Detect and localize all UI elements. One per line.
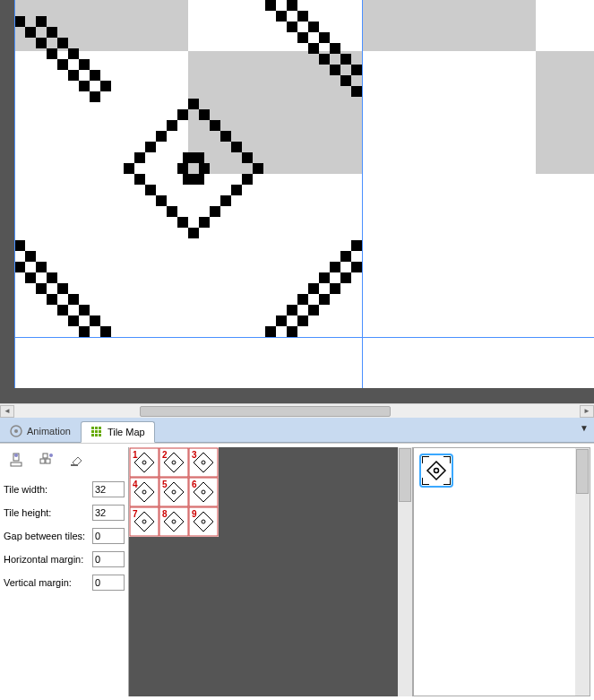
svg-rect-13 — [90, 70, 100, 81]
stamp-tool-button[interactable] — [7, 451, 25, 469]
svg-rect-107 — [43, 454, 47, 458]
svg-rect-94 — [95, 427, 98, 429]
scroll-left-arrow[interactable]: ◄ — [0, 405, 14, 418]
erase-tool-button[interactable] — [68, 451, 86, 469]
svg-text:5: 5 — [162, 480, 168, 489]
vmargin-label: Vertical margin: — [4, 577, 72, 588]
tileset-viewer[interactable]: 1 2 3 4 5 6 7 8 9 — [128, 447, 413, 696]
fill-icon — [39, 452, 55, 468]
svg-rect-23 — [351, 86, 362, 97]
svg-rect-59 — [14, 240, 25, 251]
svg-rect-63 — [57, 283, 68, 294]
tab-label: Tile Map — [108, 427, 145, 437]
svg-rect-71 — [47, 294, 57, 305]
scroll-track[interactable] — [14, 405, 580, 418]
svg-rect-65 — [79, 305, 90, 315]
tilemap-icon — [90, 426, 103, 438]
svg-rect-19 — [308, 43, 319, 54]
svg-rect-30 — [351, 65, 362, 75]
selected-tile[interactable] — [419, 454, 453, 488]
canvas[interactable] — [14, 0, 594, 388]
stamp-icon — [8, 452, 24, 468]
svg-rect-10 — [57, 38, 68, 48]
svg-rect-55 — [183, 152, 204, 163]
tool-row — [4, 449, 125, 476]
svg-rect-58 — [183, 174, 204, 185]
svg-rect-79 — [308, 283, 319, 294]
svg-rect-68 — [14, 262, 25, 272]
svg-rect-40 — [134, 152, 145, 163]
svg-rect-49 — [220, 195, 231, 206]
gap-row: Gap between tiles: — [4, 526, 125, 546]
selected-tiles-panel[interactable] — [413, 447, 590, 696]
scroll-thumb[interactable] — [576, 449, 589, 494]
svg-rect-80 — [319, 272, 330, 283]
svg-rect-90 — [351, 262, 362, 272]
gap-input[interactable] — [92, 528, 125, 544]
selection-scrollbar[interactable] — [575, 448, 590, 696]
tile-height-label: Tile height: — [4, 507, 51, 518]
svg-rect-57 — [199, 163, 210, 174]
svg-rect-3 — [47, 48, 57, 59]
scroll-thumb[interactable] — [140, 406, 391, 417]
svg-rect-36 — [156, 131, 167, 142]
grid-line — [362, 0, 363, 388]
svg-rect-43 — [253, 163, 263, 174]
svg-rect-103 — [11, 462, 22, 466]
svg-rect-93 — [91, 427, 94, 429]
svg-rect-41 — [242, 152, 253, 163]
svg-rect-27 — [319, 32, 330, 43]
svg-rect-106 — [46, 459, 50, 463]
svg-point-92 — [14, 429, 18, 433]
svg-rect-99 — [91, 434, 94, 436]
svg-rect-76 — [276, 315, 287, 326]
svg-text:7: 7 — [133, 509, 138, 519]
hmargin-input[interactable] — [92, 551, 125, 567]
svg-rect-69 — [25, 272, 36, 283]
svg-rect-39 — [231, 142, 242, 152]
tab-tilemap[interactable]: Tile Map — [81, 421, 155, 443]
svg-rect-14 — [100, 81, 111, 91]
scroll-thumb[interactable] — [399, 448, 411, 502]
svg-rect-98 — [99, 430, 101, 433]
panel-menu-dropdown[interactable]: ▼ — [580, 423, 589, 433]
svg-rect-97 — [95, 430, 98, 433]
tile-width-input[interactable] — [92, 481, 125, 497]
svg-rect-51 — [210, 206, 220, 217]
tab-animation[interactable]: Animation — [0, 420, 81, 442]
svg-rect-17 — [287, 22, 297, 32]
svg-rect-67 — [100, 326, 111, 337]
horizontal-scrollbar[interactable]: ◄ ► — [0, 403, 594, 418]
tile-height-input[interactable] — [92, 505, 125, 521]
grid-line — [14, 337, 594, 338]
hmargin-row: Horizontal margin: — [4, 549, 125, 569]
tileset-image[interactable]: 1 2 3 4 5 6 7 8 9 — [129, 447, 219, 537]
svg-rect-53 — [199, 217, 210, 228]
canvas-viewport[interactable] — [0, 0, 594, 403]
fill-tool-button[interactable] — [38, 451, 56, 469]
svg-text:4: 4 — [133, 480, 138, 489]
svg-rect-81 — [330, 262, 340, 272]
svg-rect-48 — [156, 195, 167, 206]
vmargin-input[interactable] — [92, 575, 125, 591]
svg-rect-101 — [99, 434, 101, 436]
svg-rect-35 — [210, 120, 220, 131]
svg-rect-85 — [297, 315, 308, 326]
svg-point-108 — [49, 454, 53, 457]
svg-rect-0 — [14, 16, 25, 27]
svg-rect-74 — [79, 326, 90, 337]
pixel-art-overlay — [14, 0, 362, 337]
svg-rect-20 — [319, 54, 330, 65]
svg-rect-96 — [91, 430, 94, 433]
svg-rect-4 — [57, 59, 68, 70]
svg-rect-72 — [57, 305, 68, 315]
grid-line — [14, 0, 15, 388]
svg-rect-38 — [145, 142, 156, 152]
svg-rect-16 — [276, 11, 287, 22]
tileset-grid-icon: 1 2 3 4 5 6 7 8 9 — [129, 447, 219, 537]
svg-rect-15 — [265, 0, 276, 11]
svg-rect-77 — [287, 305, 297, 315]
svg-rect-75 — [265, 326, 276, 337]
tileset-scrollbar[interactable] — [398, 447, 412, 696]
scroll-right-arrow[interactable]: ► — [580, 405, 594, 418]
